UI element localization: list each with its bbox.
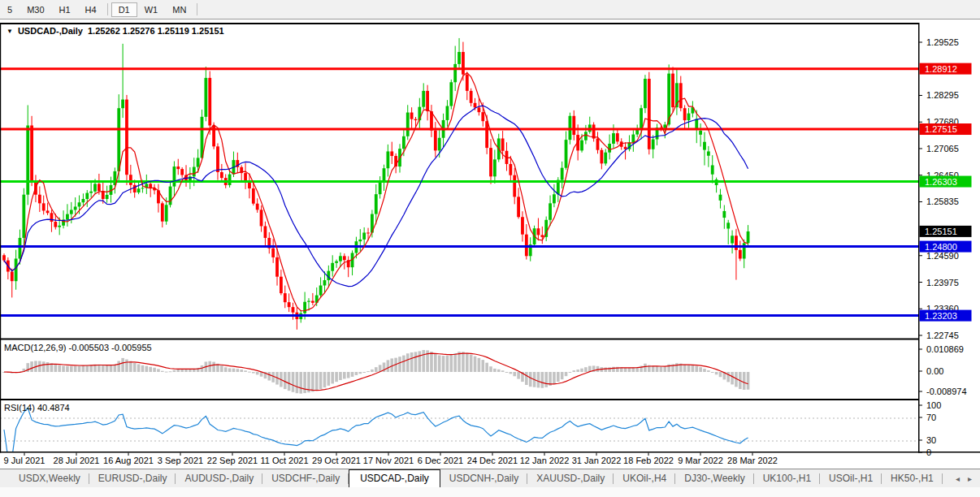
svg-text:16 Aug 2021: 16 Aug 2021	[103, 456, 154, 465]
rsi-indicator-label: RSI(14) 40.4874	[4, 403, 70, 413]
price-axis[interactable]: 1.295251.282951.276801.270651.264501.258…	[918, 37, 972, 340]
svg-text:1.25151: 1.25151	[925, 227, 957, 236]
svg-text:18 Feb 2022: 18 Feb 2022	[623, 456, 674, 465]
chart-title: ▼ USDCAD-,Daily 1.25262 1.25276 1.25119 …	[7, 26, 224, 36]
tab-xauusd-daily[interactable]: XAUUSD-,Daily	[527, 470, 614, 486]
svg-text:1.26303: 1.26303	[925, 177, 957, 187]
toolbar-divider	[107, 3, 108, 15]
tab-uk100-h1[interactable]: UK100-,H1	[754, 470, 820, 486]
timeframe-h4-button[interactable]: H4	[78, 2, 104, 17]
svg-text:1.24800: 1.24800	[925, 242, 957, 252]
svg-text:1.23975: 1.23975	[926, 278, 959, 287]
tab-ukoil-h4[interactable]: UKOil-,H4	[614, 470, 675, 486]
tab-audusd-daily[interactable]: AUDUSD-,Daily	[176, 470, 262, 486]
tab-scroll-controls: ◂ ▸	[956, 474, 972, 483]
svg-text:31 Jan 2022: 31 Jan 2022	[572, 456, 622, 465]
mt4-window: 5 M30 H1 H4 D1 W1 MN ▼ USDCAD-,Daily 1.2…	[0, 0, 980, 497]
timeframe-toolbar: 5 M30 H1 H4 D1 W1 MN	[0, 0, 980, 19]
svg-text:11 Oct 2021: 11 Oct 2021	[260, 456, 308, 465]
tab-usdchf-daily[interactable]: USDCHF-,Daily	[262, 470, 349, 486]
chart-ohlc-values: 1.25262 1.25276 1.25119 1.25151	[88, 26, 224, 36]
tab-usdcad-daily[interactable]: USDCAD-,Daily	[349, 469, 440, 487]
svg-text:-0.008974: -0.008974	[926, 387, 967, 396]
chart-bottom-border	[0, 452, 980, 453]
chart-symbol-period: USDCAD-,Daily	[18, 26, 83, 36]
svg-text:0.010869: 0.010869	[926, 344, 964, 354]
svg-text:1.22745: 1.22745	[926, 331, 959, 340]
timeframe-h1-button[interactable]: H1	[52, 2, 78, 17]
rsi-line	[4, 408, 748, 458]
svg-text:1.25835: 1.25835	[926, 197, 959, 206]
price-axis-border	[918, 23, 920, 453]
chart-canvas[interactable]: 1.295251.282951.276801.270651.264501.258…	[0, 21, 980, 469]
symbol-tab-bar: USDX,Weekly EURUSD-,Daily AUDUSD-,Daily …	[0, 469, 980, 487]
macd-histogram	[2, 350, 749, 394]
chart-top-border	[0, 23, 918, 24]
chart-left-border	[0, 23, 1, 453]
toolbar-divider	[197, 3, 197, 15]
svg-text:1.29525: 1.29525	[926, 37, 959, 47]
svg-text:0: 0	[926, 447, 931, 457]
timeframe-m30-button[interactable]: M30	[20, 2, 51, 17]
collapse-arrow-icon[interactable]: ▼	[7, 28, 13, 35]
svg-text:29 Oct 2021: 29 Oct 2021	[312, 456, 361, 465]
svg-text:28 Mar 2022: 28 Mar 2022	[727, 456, 778, 465]
timeframe-d1-button[interactable]: D1	[111, 2, 137, 17]
date-axis[interactable]: 9 Jul 202128 Jul 202116 Aug 20213 Sep 20…	[4, 453, 778, 466]
svg-text:9 Jul 2021: 9 Jul 2021	[4, 456, 46, 465]
tab-usdcnh-daily[interactable]: USDCNH-,Daily	[440, 470, 527, 486]
svg-text:1.27065: 1.27065	[926, 144, 959, 153]
panel-divider[interactable]	[0, 339, 918, 340]
svg-text:1.23203: 1.23203	[925, 311, 957, 321]
tab-eurusd-daily[interactable]: EURUSD-,Daily	[89, 470, 176, 486]
candlestick-series	[2, 38, 749, 330]
status-strip	[0, 487, 980, 497]
timeframe-m5-button[interactable]: 5	[0, 2, 20, 17]
svg-text:30: 30	[926, 435, 936, 445]
svg-text:70: 70	[926, 413, 936, 422]
svg-text:24 Dec 2021: 24 Dec 2021	[467, 456, 518, 465]
svg-text:6 Dec 2021: 6 Dec 2021	[418, 456, 463, 465]
svg-text:1.28912: 1.28912	[925, 64, 957, 74]
svg-text:3 Sep 2021: 3 Sep 2021	[158, 456, 203, 465]
svg-text:22 Sep 2021: 22 Sep 2021	[207, 456, 258, 465]
tab-scroll-right-icon[interactable]: ▸	[968, 474, 972, 483]
tab-dj30-weekly[interactable]: DJ30-,Weekly	[675, 470, 753, 486]
panel-divider[interactable]	[0, 399, 918, 400]
svg-text:9 Mar 2022: 9 Mar 2022	[678, 456, 723, 465]
svg-text:100: 100	[926, 400, 941, 410]
macd-indicator-label: MACD(12,26,9) -0.005503 -0.005955	[4, 343, 152, 352]
tab-hk50-h1[interactable]: HK50-,H1	[882, 470, 943, 486]
tab-usoil-h1[interactable]: USOil-,H1	[820, 470, 882, 486]
indicator-axes: 0.0108690.00-0.00897410070300	[918, 344, 967, 457]
svg-text:0.00: 0.00	[926, 366, 943, 376]
svg-text:1.27515: 1.27515	[925, 124, 957, 134]
timeframe-w1-button[interactable]: W1	[137, 2, 166, 17]
timeframe-mn-button[interactable]: MN	[165, 2, 193, 17]
tab-scroll-left-icon[interactable]: ◂	[956, 474, 960, 483]
svg-text:17 Nov 2021: 17 Nov 2021	[363, 456, 414, 465]
svg-text:12 Jan 2022: 12 Jan 2022	[520, 456, 570, 465]
svg-text:28 Jul 2021: 28 Jul 2021	[54, 456, 100, 465]
svg-text:1.28295: 1.28295	[926, 90, 959, 100]
tab-usdx-weekly[interactable]: USDX,Weekly	[10, 470, 89, 486]
